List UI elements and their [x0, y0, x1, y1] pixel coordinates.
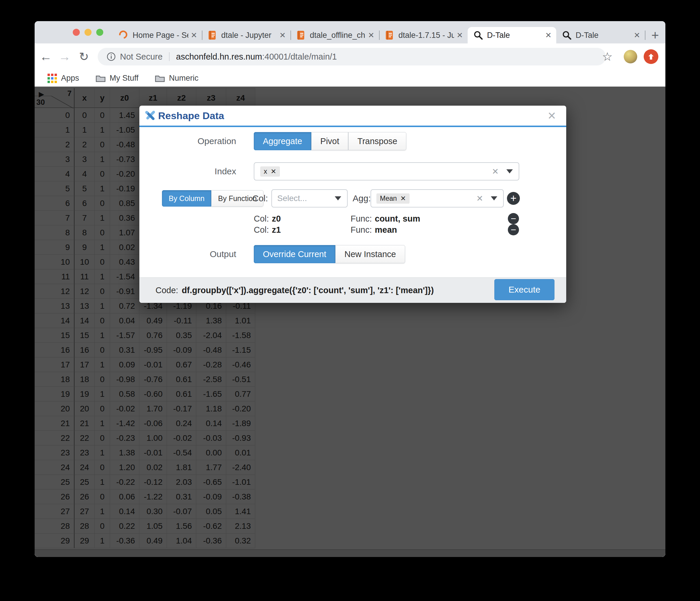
forward-icon[interactable]: → — [56, 43, 73, 70]
tab-close-icon[interactable]: ✕ — [191, 31, 197, 40]
info-icon[interactable] — [106, 52, 116, 61]
close-icon[interactable]: ✕ — [547, 110, 556, 122]
bookmark-star-icon[interactable]: ☆ — [602, 43, 612, 70]
close-window-button[interactable] — [73, 29, 80, 36]
agg-row: Col:z1 — [254, 224, 281, 236]
agg-tag: Mean ✕ — [376, 193, 409, 204]
security-label: Not Secure — [120, 52, 162, 62]
aggregate-button[interactable]: Aggregate — [254, 132, 311, 150]
modal-header: Reshape Data ✕ — [139, 106, 566, 126]
agg-row-col-value: z1 — [272, 225, 281, 235]
modal-header-divider — [139, 126, 566, 127]
tab-close-icon[interactable]: ✕ — [545, 31, 552, 40]
remove-aggregation-button[interactable]: − — [508, 213, 519, 224]
bookmarks-bar: Apps My Stuff Numeric — [34, 70, 666, 87]
tools-icon — [144, 110, 156, 121]
add-aggregation-button[interactable]: + — [507, 192, 520, 205]
browser-window: Home Page - Se✕dtale - Jupyter✕dtale_off… — [34, 21, 666, 557]
url-host: aschonfeld.hn.res.num — [176, 52, 262, 62]
tab-label: dtale-1.7.15 - Ju — [398, 31, 454, 40]
agg-row-func-label: Func: — [351, 225, 372, 235]
browser-toolbar: ← → ↻ Not Secure aschonfeld.hn.res.num :… — [34, 43, 666, 70]
code-line: Code: df.groupby(['x']).aggregate({'z0':… — [155, 278, 434, 303]
chevron-down-icon[interactable] — [491, 196, 497, 200]
col-select[interactable]: Select... — [271, 189, 348, 208]
tab-label: D-Tale — [576, 31, 631, 40]
clear-icon[interactable]: ✕ — [476, 194, 483, 203]
col-select-placeholder: Select... — [277, 194, 307, 203]
override-current-button[interactable]: Override Current — [254, 245, 335, 263]
new-tab-button[interactable]: + — [645, 27, 666, 43]
tab-strip: Home Page - Se✕dtale - Jupyter✕dtale_off… — [34, 21, 666, 43]
chevron-down-icon[interactable] — [335, 196, 341, 200]
tab-label: dtale_offline_ch — [310, 31, 366, 40]
bookmark-numeric[interactable]: Numeric — [155, 74, 199, 83]
page-viewport: ▶ 7 30 xyz0z1z2z3z4 0001.45111-1.05220-0… — [34, 87, 666, 557]
back-icon[interactable]: ← — [37, 43, 55, 70]
clear-icon[interactable]: ✕ — [492, 167, 499, 176]
agg-row-col-value: z0 — [272, 214, 281, 224]
agg-row-func: Func:mean — [351, 224, 397, 236]
tab-close-icon[interactable]: ✕ — [279, 31, 286, 40]
update-icon[interactable] — [644, 49, 658, 64]
agg-row-func-value: count, sum — [375, 214, 420, 224]
browser-tab[interactable]: dtale-1.7.15 - Ju✕ — [379, 27, 468, 43]
pivot-button[interactable]: Pivot — [311, 132, 348, 150]
shape-toggle-group: By Column By Function — [162, 190, 264, 207]
agg-label: Agg: — [353, 189, 371, 208]
screen: Home Page - Se✕dtale - Jupyter✕dtale_off… — [0, 0, 700, 601]
col-label: Col: — [252, 189, 268, 208]
url-path: :40001/dtale/main/1 — [262, 52, 337, 62]
agg-row-col-label: Col: — [254, 225, 269, 235]
index-select[interactable]: x ✕ ✕ — [254, 162, 519, 181]
agg-row: Col:z0 — [254, 213, 281, 224]
browser-tab[interactable]: dtale - Jupyter✕ — [202, 27, 291, 43]
browser-tab[interactable]: dtale_offline_ch✕ — [291, 27, 379, 43]
url-divider — [169, 52, 170, 61]
apps-grid-icon — [48, 74, 57, 83]
agg-row-func: Func:count, sum — [351, 213, 420, 224]
magnifier-icon — [474, 30, 483, 40]
browser-tab[interactable]: Home Page - Se✕ — [113, 27, 202, 43]
spinner-icon — [119, 30, 128, 40]
reload-icon[interactable]: ↻ — [75, 43, 93, 70]
by-column-button[interactable]: By Column — [162, 190, 211, 207]
output-label: Output — [139, 249, 236, 259]
code-label: Code: — [155, 286, 178, 295]
tab-close-icon[interactable]: ✕ — [368, 31, 374, 40]
operation-button-group: Aggregate Pivot Transpose — [254, 132, 406, 150]
code-text: df.groupby(['x']).aggregate({'z0': ['cou… — [182, 286, 433, 295]
index-tag-label: x — [264, 168, 267, 175]
fullscreen-window-button[interactable] — [96, 29, 103, 36]
remove-tag-icon[interactable]: ✕ — [271, 168, 276, 175]
chevron-down-icon[interactable] — [506, 169, 513, 173]
remove-tag-icon[interactable]: ✕ — [400, 195, 406, 202]
output-button-group: Override Current New Instance — [254, 245, 405, 263]
execute-button[interactable]: Execute — [494, 279, 554, 300]
browser-tab[interactable]: D-Tale✕ — [556, 27, 645, 43]
avatar[interactable] — [624, 50, 637, 64]
bookmark-apps[interactable]: Apps — [48, 74, 79, 83]
folder-icon — [155, 74, 165, 82]
tab-close-icon[interactable]: ✕ — [634, 31, 640, 40]
notebook-icon — [385, 30, 394, 40]
bookmark-label: Numeric — [169, 74, 199, 83]
transpose-button[interactable]: Transpose — [348, 132, 406, 150]
index-label: Index — [139, 166, 236, 176]
agg-row-func-value: mean — [375, 225, 397, 235]
url-bar[interactable]: Not Secure aschonfeld.hn.res.num :40001/… — [98, 48, 606, 66]
reshape-data-modal: Reshape Data ✕ Operation Aggregate Pivot… — [139, 106, 566, 303]
tab-label: Home Page - Se — [133, 31, 189, 40]
new-instance-button[interactable]: New Instance — [335, 245, 405, 263]
browser-tab[interactable]: D-Tale✕ — [468, 27, 556, 43]
remove-aggregation-button[interactable]: − — [508, 224, 519, 235]
bookmark-my-stuff[interactable]: My Stuff — [96, 74, 139, 83]
minimize-window-button[interactable] — [84, 29, 92, 36]
agg-select[interactable]: Mean ✕ ✕ — [371, 189, 504, 208]
bookmark-label: My Stuff — [110, 74, 139, 83]
notebook-icon — [296, 30, 306, 40]
operation-label: Operation — [139, 136, 236, 146]
agg-row-func-label: Func: — [351, 214, 372, 224]
magnifier-icon — [562, 30, 572, 40]
tab-close-icon[interactable]: ✕ — [456, 31, 463, 40]
